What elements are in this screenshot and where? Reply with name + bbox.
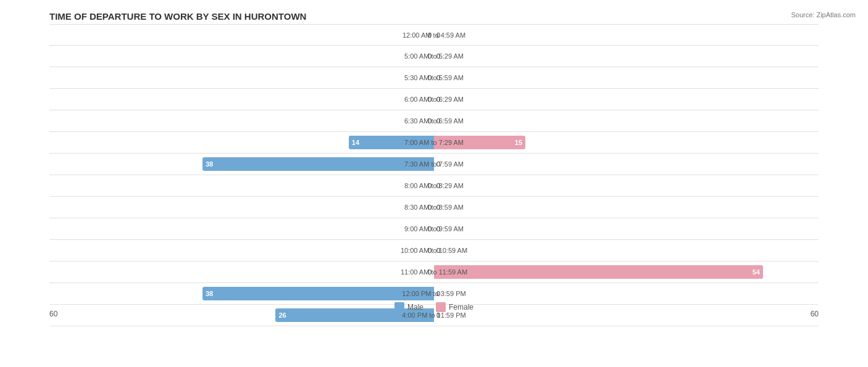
table-row: 010:00 AM to 10:59 AM0	[49, 240, 819, 262]
legend-male-label: Male	[407, 303, 424, 311]
right-section: 0	[434, 25, 819, 45]
right-section: 0	[434, 197, 819, 218]
right-section: 0	[434, 67, 819, 88]
right-section: 54	[434, 262, 819, 282]
left-section: 0	[49, 197, 434, 218]
table-row: 08:00 AM to 8:29 AM0	[49, 175, 819, 197]
left-section: 0	[49, 89, 434, 110]
legend-male-box	[394, 302, 404, 312]
right-section: 0	[434, 175, 819, 196]
chart-area: 012:00 AM to 4:59 AM005:00 AM to 5:29 AM…	[12, 24, 856, 318]
left-section: 38	[49, 283, 434, 304]
left-section: 0	[49, 240, 434, 261]
right-section: 0	[434, 89, 819, 110]
right-section: 0	[434, 110, 819, 131]
right-section: 0	[434, 46, 819, 67]
left-section: 14	[49, 132, 434, 153]
source-label: Source: ZipAtlas.com	[791, 11, 856, 19]
table-row: 06:00 AM to 6:29 AM0	[49, 89, 819, 110]
right-section: 0	[434, 283, 819, 304]
table-row: 387:30 AM to 7:59 AM0	[49, 154, 819, 175]
legend-female-label: Female	[449, 303, 474, 311]
rows-container: 012:00 AM to 4:59 AM005:00 AM to 5:29 AM…	[49, 24, 819, 294]
left-section: 0	[49, 25, 434, 45]
bar-male: 38	[202, 287, 434, 300]
bar-female: 54	[434, 265, 763, 279]
bar-male: 38	[202, 157, 434, 171]
table-row: 06:30 AM to 6:59 AM0	[49, 110, 819, 132]
legend: Male Female	[394, 302, 474, 312]
axis-left: 60	[49, 310, 57, 318]
legend-female: Female	[436, 302, 474, 312]
left-section: 0	[49, 46, 434, 67]
table-row: 012:00 AM to 4:59 AM0	[49, 24, 819, 46]
legend-female-box	[436, 302, 446, 312]
right-section: 0	[434, 154, 819, 175]
left-section: 0	[49, 218, 434, 239]
table-row: 3812:00 PM to 3:59 PM0	[49, 283, 819, 305]
legend-male: Male	[394, 302, 424, 312]
chart-title: TIME OF DEPARTURE TO WORK BY SEX IN HURO…	[12, 11, 856, 22]
table-row: 09:00 AM to 9:59 AM0	[49, 218, 819, 240]
left-section: 0	[49, 67, 434, 88]
table-row: 05:30 AM to 5:59 AM0	[49, 67, 819, 89]
left-section: 0	[49, 262, 434, 282]
bar-male: 14	[349, 136, 434, 149]
table-row: 05:00 AM to 5:29 AM0	[49, 46, 819, 67]
right-section: 0	[434, 218, 819, 239]
left-section: 0	[49, 175, 434, 196]
right-section: 15	[434, 132, 819, 153]
table-row: 08:30 AM to 8:59 AM0	[49, 197, 819, 218]
bar-female: 15	[434, 136, 525, 149]
left-section: 0	[49, 110, 434, 131]
chart-container: TIME OF DEPARTURE TO WORK BY SEX IN HURO…	[0, 0, 868, 367]
axis-right: 60	[811, 310, 819, 318]
table-row: 011:00 AM to 11:59 AM54	[49, 262, 819, 283]
left-section: 38	[49, 154, 434, 175]
right-section: 0	[434, 240, 819, 261]
table-row: 147:00 AM to 7:29 AM15	[49, 132, 819, 154]
